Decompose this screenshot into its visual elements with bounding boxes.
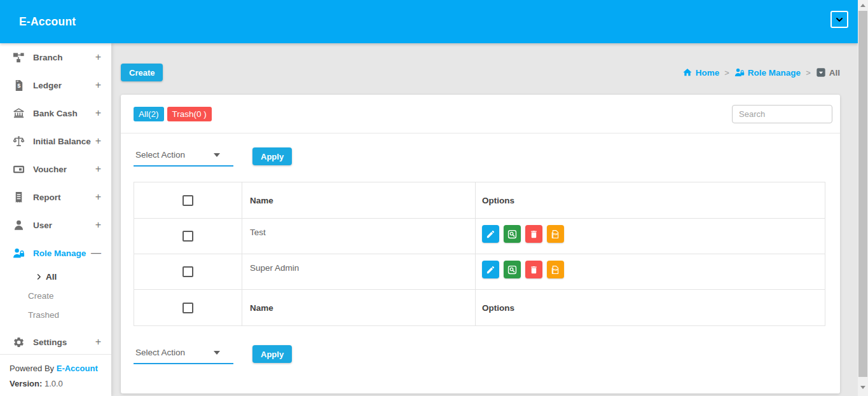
pdf-button[interactable] (547, 261, 564, 278)
sidebar-item-label: Branch (33, 53, 95, 62)
breadcrumb-label: Home (696, 68, 720, 78)
table-row: Super Admin (134, 254, 825, 290)
caret-square-down-icon (816, 67, 826, 78)
select-action-dropdown[interactable]: Select Action (134, 344, 233, 364)
expand-plus-icon: + (95, 219, 101, 231)
edit-button[interactable] (482, 261, 499, 278)
pdf-icon (551, 229, 560, 239)
scroll-down-arrow[interactable] (858, 382, 868, 392)
tab-all[interactable]: All(2) (134, 107, 164, 121)
sidebar-item-report[interactable]: Report + (0, 183, 111, 211)
table-header-row: Name Options (134, 182, 825, 219)
powered-by-line: Powered By E-Account (10, 364, 102, 373)
select-action-dropdown[interactable]: Select Action (134, 146, 233, 167)
view-button[interactable] (504, 261, 521, 278)
delete-button[interactable] (525, 261, 542, 278)
options-column-header: Options (476, 182, 825, 219)
user-icon (13, 219, 25, 231)
powered-by-brand-link[interactable]: E-Account (57, 364, 98, 373)
select-all-checkbox[interactable] (183, 195, 193, 206)
expand-plus-icon: + (95, 107, 101, 119)
expand-plus-icon: + (95, 336, 101, 348)
pdf-button[interactable] (547, 225, 564, 243)
caret-down-icon (214, 153, 220, 157)
report-icon (13, 191, 25, 203)
sidebar-item-label: Bank Cash (33, 109, 95, 118)
version-label: Version: (10, 379, 42, 388)
pdf-icon (551, 265, 560, 275)
sidebar-item-role-manage[interactable]: Role Manage — (0, 239, 111, 267)
ledger-icon (13, 79, 25, 92)
expand-plus-icon: + (95, 163, 101, 175)
arrow-down-icon (860, 386, 865, 389)
select-action-label: Select Action (135, 348, 185, 357)
breadcrumb-separator: > (806, 68, 811, 78)
sitemap-icon (13, 51, 25, 64)
sidebar-item-bank-cash[interactable]: Bank Cash + (0, 99, 111, 127)
sidebar-item-label: Ledger (33, 81, 95, 90)
trash-icon (529, 229, 539, 239)
user-lock-icon (734, 67, 745, 78)
voucher-icon (13, 163, 25, 175)
row-actions (482, 225, 825, 243)
expand-plus-icon: + (95, 135, 101, 147)
sidebar-item-initial-balance[interactable]: Initial Balance + (0, 127, 111, 155)
delete-button[interactable] (525, 225, 542, 243)
breadcrumb-home-link[interactable]: Home (682, 67, 720, 78)
options-column-footer: Options (476, 290, 825, 326)
expand-plus-icon: + (95, 79, 101, 91)
card-header: All(2) Trash(0 ) (121, 95, 840, 133)
collapse-minus-icon: — (91, 247, 101, 259)
sidebar-subitem-all[interactable]: All (0, 267, 111, 286)
sidebar-subitem-trashed[interactable]: Trashed (0, 305, 111, 324)
edit-button[interactable] (482, 225, 499, 243)
page-scrollbar[interactable] (858, 0, 868, 396)
select-all-checkbox[interactable] (183, 303, 193, 313)
scrollbar-thumb[interactable] (858, 11, 867, 377)
header-collapse-button[interactable] (830, 11, 848, 28)
page-toolbar: Create Home > Role Manage > All (121, 64, 840, 81)
subitem-label: Create (28, 291, 54, 301)
sidebar-item-settings[interactable]: Settings + (0, 328, 111, 356)
bank-icon (13, 107, 25, 119)
row-checkbox[interactable] (183, 231, 193, 242)
breadcrumb-current: All (816, 67, 840, 78)
create-button[interactable]: Create (121, 64, 163, 81)
tab-trash[interactable]: Trash(0 ) (167, 107, 212, 121)
card-body: Select Action Apply Name Options (121, 133, 840, 364)
search-view-icon (507, 229, 517, 239)
table-footer-row: Name Options (134, 290, 825, 326)
sidebar-item-branch[interactable]: Branch + (0, 43, 111, 71)
main-content: Create Home > Role Manage > All (111, 43, 858, 396)
role-name: Super Admin (242, 254, 476, 290)
apply-button[interactable]: Apply (252, 345, 292, 363)
sidebar-footer: Powered By E-Account Version: 1.0.0 (0, 354, 111, 396)
breadcrumb-label: All (829, 68, 840, 78)
app-window: E-Account Branch + Ledger + Bank Cash + (0, 0, 868, 396)
trash-icon (529, 265, 539, 275)
expand-plus-icon: + (95, 191, 101, 203)
search-input[interactable] (732, 105, 832, 123)
sidebar-subitem-create[interactable]: Create (0, 286, 111, 305)
pencil-icon (486, 265, 495, 275)
version-line: Version: 1.0.0 (10, 379, 102, 388)
subitem-label: Trashed (28, 310, 59, 320)
search-view-icon (507, 265, 517, 275)
bulk-actions-bottom: Select Action Apply (134, 344, 825, 364)
powered-by-label: Powered By (10, 364, 54, 373)
home-icon (682, 67, 692, 78)
sidebar-item-voucher[interactable]: Voucher + (0, 155, 111, 183)
view-button[interactable] (504, 225, 521, 243)
row-checkbox[interactable] (183, 266, 193, 277)
pencil-icon (486, 229, 495, 239)
roles-table: Name Options Test (134, 182, 825, 326)
sidebar-item-user[interactable]: User + (0, 211, 111, 239)
sidebar-item-label: Initial Balance (33, 137, 95, 146)
caret-down-icon (214, 351, 220, 355)
scroll-up-arrow[interactable] (858, 0, 868, 10)
apply-button[interactable]: Apply (252, 147, 292, 165)
expand-plus-icon: + (95, 51, 101, 63)
breadcrumb-role-manage-link[interactable]: Role Manage (734, 67, 801, 78)
arrow-up-icon (860, 4, 865, 7)
sidebar-item-ledger[interactable]: Ledger + (0, 71, 111, 99)
